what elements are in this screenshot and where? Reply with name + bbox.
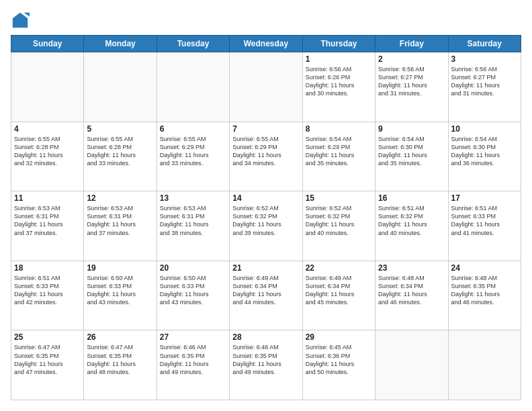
calendar-cell: 7Sunrise: 6:55 AM Sunset: 6:29 PM Daylig…	[230, 122, 302, 191]
calendar-week-row: 4Sunrise: 6:55 AM Sunset: 6:28 PM Daylig…	[11, 122, 521, 191]
day-number: 27	[160, 332, 226, 342]
day-number: 25	[14, 332, 81, 342]
day-info: Sunrise: 6:55 AM Sunset: 6:29 PM Dayligh…	[160, 135, 226, 168]
day-number: 8	[306, 124, 372, 134]
calendar-cell: 22Sunrise: 6:49 AM Sunset: 6:34 PM Dayli…	[302, 261, 375, 330]
calendar-cell	[11, 52, 84, 122]
logo	[11, 11, 32, 30]
calendar-cell: 3Sunrise: 6:56 AM Sunset: 6:27 PM Daylig…	[448, 52, 521, 122]
calendar-cell: 27Sunrise: 6:46 AM Sunset: 6:35 PM Dayli…	[157, 330, 229, 400]
day-number: 14	[232, 193, 299, 203]
day-info: Sunrise: 6:55 AM Sunset: 6:28 PM Dayligh…	[14, 135, 81, 168]
calendar-cell: 6Sunrise: 6:55 AM Sunset: 6:29 PM Daylig…	[157, 122, 229, 191]
calendar-cell: 19Sunrise: 6:50 AM Sunset: 6:33 PM Dayli…	[84, 261, 157, 330]
day-info: Sunrise: 6:56 AM Sunset: 6:27 PM Dayligh…	[378, 65, 445, 98]
day-info: Sunrise: 6:48 AM Sunset: 6:35 PM Dayligh…	[451, 274, 518, 307]
svg-marker-0	[13, 13, 28, 28]
day-info: Sunrise: 6:51 AM Sunset: 6:33 PM Dayligh…	[14, 274, 81, 307]
day-info: Sunrise: 6:54 AM Sunset: 6:30 PM Dayligh…	[378, 135, 445, 168]
day-info: Sunrise: 6:55 AM Sunset: 6:28 PM Dayligh…	[87, 135, 153, 168]
day-info: Sunrise: 6:45 AM Sunset: 6:36 PM Dayligh…	[306, 343, 372, 376]
day-info: Sunrise: 6:55 AM Sunset: 6:29 PM Dayligh…	[232, 135, 299, 168]
logo-icon	[11, 11, 30, 30]
day-info: Sunrise: 6:47 AM Sunset: 6:35 PM Dayligh…	[14, 343, 81, 376]
calendar-cell: 18Sunrise: 6:51 AM Sunset: 6:33 PM Dayli…	[11, 261, 84, 330]
day-info: Sunrise: 6:54 AM Sunset: 6:30 PM Dayligh…	[451, 135, 518, 168]
day-info: Sunrise: 6:54 AM Sunset: 6:29 PM Dayligh…	[306, 135, 372, 168]
day-number: 17	[451, 193, 518, 203]
day-number: 19	[87, 263, 153, 273]
day-number: 13	[160, 193, 226, 203]
calendar-cell: 10Sunrise: 6:54 AM Sunset: 6:30 PM Dayli…	[448, 122, 521, 191]
calendar-cell: 4Sunrise: 6:55 AM Sunset: 6:28 PM Daylig…	[11, 122, 84, 191]
calendar-cell: 5Sunrise: 6:55 AM Sunset: 6:28 PM Daylig…	[84, 122, 157, 191]
calendar-cell: 16Sunrise: 6:51 AM Sunset: 6:32 PM Dayli…	[375, 191, 448, 261]
day-number: 24	[451, 263, 518, 273]
calendar-cell: 25Sunrise: 6:47 AM Sunset: 6:35 PM Dayli…	[11, 330, 84, 400]
day-info: Sunrise: 6:53 AM Sunset: 6:31 PM Dayligh…	[14, 204, 81, 237]
day-number: 7	[232, 124, 299, 134]
page: SundayMondayTuesdayWednesdayThursdayFrid…	[0, 0, 532, 411]
day-number: 28	[232, 332, 299, 342]
day-number: 18	[14, 263, 81, 273]
day-number: 2	[378, 54, 445, 64]
calendar-cell: 12Sunrise: 6:53 AM Sunset: 6:31 PM Dayli…	[84, 191, 157, 261]
weekday-header: Monday	[84, 36, 157, 52]
day-number: 1	[306, 54, 372, 64]
day-number: 20	[160, 263, 226, 273]
day-info: Sunrise: 6:49 AM Sunset: 6:34 PM Dayligh…	[232, 274, 299, 307]
day-info: Sunrise: 6:51 AM Sunset: 6:32 PM Dayligh…	[378, 204, 445, 237]
day-info: Sunrise: 6:56 AM Sunset: 6:27 PM Dayligh…	[451, 65, 518, 98]
day-number: 16	[378, 193, 445, 203]
calendar-cell: 9Sunrise: 6:54 AM Sunset: 6:30 PM Daylig…	[375, 122, 448, 191]
calendar-cell	[230, 52, 302, 122]
svg-marker-1	[24, 13, 30, 17]
day-info: Sunrise: 6:46 AM Sunset: 6:35 PM Dayligh…	[160, 343, 226, 376]
day-info: Sunrise: 6:51 AM Sunset: 6:33 PM Dayligh…	[451, 204, 518, 237]
calendar-cell: 13Sunrise: 6:53 AM Sunset: 6:31 PM Dayli…	[157, 191, 229, 261]
calendar-cell: 11Sunrise: 6:53 AM Sunset: 6:31 PM Dayli…	[11, 191, 84, 261]
calendar-week-row: 18Sunrise: 6:51 AM Sunset: 6:33 PM Dayli…	[11, 261, 521, 330]
calendar-cell: 29Sunrise: 6:45 AM Sunset: 6:36 PM Dayli…	[302, 330, 375, 400]
calendar-cell: 21Sunrise: 6:49 AM Sunset: 6:34 PM Dayli…	[230, 261, 302, 330]
day-info: Sunrise: 6:50 AM Sunset: 6:33 PM Dayligh…	[160, 274, 226, 307]
calendar-week-row: 11Sunrise: 6:53 AM Sunset: 6:31 PM Dayli…	[11, 191, 521, 261]
weekday-header: Friday	[375, 36, 448, 52]
day-number: 11	[14, 193, 81, 203]
calendar-cell: 24Sunrise: 6:48 AM Sunset: 6:35 PM Dayli…	[448, 261, 521, 330]
calendar-cell: 1Sunrise: 6:56 AM Sunset: 6:26 PM Daylig…	[302, 52, 375, 122]
day-info: Sunrise: 6:46 AM Sunset: 6:35 PM Dayligh…	[232, 343, 299, 376]
calendar-cell: 26Sunrise: 6:47 AM Sunset: 6:35 PM Dayli…	[84, 330, 157, 400]
day-number: 26	[87, 332, 153, 342]
calendar-cell	[448, 330, 521, 400]
day-number: 9	[378, 124, 445, 134]
calendar-cell: 8Sunrise: 6:54 AM Sunset: 6:29 PM Daylig…	[302, 122, 375, 191]
day-info: Sunrise: 6:50 AM Sunset: 6:33 PM Dayligh…	[87, 274, 153, 307]
calendar-week-row: 1Sunrise: 6:56 AM Sunset: 6:26 PM Daylig…	[11, 52, 521, 122]
day-info: Sunrise: 6:47 AM Sunset: 6:35 PM Dayligh…	[87, 343, 153, 376]
weekday-header: Wednesday	[230, 36, 302, 52]
weekday-header: Thursday	[302, 36, 375, 52]
day-info: Sunrise: 6:53 AM Sunset: 6:31 PM Dayligh…	[160, 204, 226, 237]
day-info: Sunrise: 6:52 AM Sunset: 6:32 PM Dayligh…	[232, 204, 299, 237]
day-number: 12	[87, 193, 153, 203]
calendar-cell: 15Sunrise: 6:52 AM Sunset: 6:32 PM Dayli…	[302, 191, 375, 261]
day-number: 21	[232, 263, 299, 273]
day-number: 5	[87, 124, 153, 134]
calendar-cell	[375, 330, 448, 400]
weekday-header-row: SundayMondayTuesdayWednesdayThursdayFrid…	[11, 36, 521, 52]
day-info: Sunrise: 6:53 AM Sunset: 6:31 PM Dayligh…	[87, 204, 153, 237]
calendar-cell	[157, 52, 229, 122]
day-number: 6	[160, 124, 226, 134]
day-number: 15	[306, 193, 372, 203]
calendar-cell: 14Sunrise: 6:52 AM Sunset: 6:32 PM Dayli…	[230, 191, 302, 261]
day-number: 3	[451, 54, 518, 64]
day-info: Sunrise: 6:48 AM Sunset: 6:34 PM Dayligh…	[378, 274, 445, 307]
calendar-table: SundayMondayTuesdayWednesdayThursdayFrid…	[11, 35, 521, 400]
day-info: Sunrise: 6:49 AM Sunset: 6:34 PM Dayligh…	[306, 274, 372, 307]
calendar-cell: 17Sunrise: 6:51 AM Sunset: 6:33 PM Dayli…	[448, 191, 521, 261]
header	[11, 11, 521, 30]
weekday-header: Saturday	[448, 36, 521, 52]
day-number: 4	[14, 124, 81, 134]
day-number: 23	[378, 263, 445, 273]
